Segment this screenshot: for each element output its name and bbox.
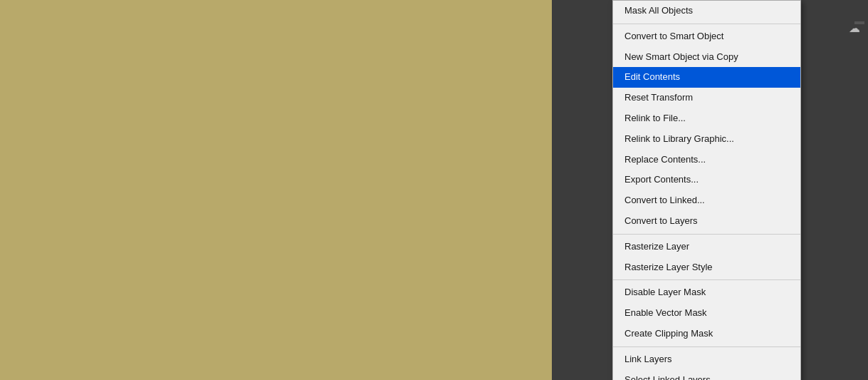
menu-item-select-linked-layers[interactable]: Select Linked Layers [613, 370, 800, 380]
menu-separator [613, 24, 800, 24]
menu-item-new-smart-object-copy[interactable]: New Smart Object via Copy [613, 47, 800, 68]
menu-item-link-layers[interactable]: Link Layers [613, 349, 800, 370]
menu-item-create-clipping-mask[interactable]: Create Clipping Mask [613, 324, 800, 344]
menu-item-relink-to-library[interactable]: Relink to Library Graphic... [613, 129, 800, 150]
cloud-sync-icon[interactable]: ☁ [849, 21, 860, 35]
menu-item-export-contents[interactable]: Export Contents... [613, 170, 800, 190]
menu-item-disable-layer-mask[interactable]: Disable Layer Mask [613, 282, 800, 303]
context-menu: Mask All ObjectsConvert to Smart ObjectN… [612, 0, 801, 380]
dark-panel [552, 0, 612, 380]
menu-item-edit-contents[interactable]: Edit Contents [613, 67, 800, 88]
menu-item-relink-to-file[interactable]: Relink to File... [613, 108, 800, 129]
menu-item-replace-contents[interactable]: Replace Contents... [613, 150, 800, 170]
menu-item-convert-to-layers[interactable]: Convert to Layers [613, 211, 800, 232]
menu-separator [613, 234, 800, 235]
menu-separator [613, 279, 800, 280]
menu-item-convert-to-linked[interactable]: Convert to Linked... [613, 190, 800, 211]
menu-item-rasterize-layer-style[interactable]: Rasterize Layer Style [613, 257, 800, 278]
menu-item-rasterize-layer[interactable]: Rasterize Layer [613, 237, 800, 257]
canvas-area [0, 0, 552, 380]
menu-item-reset-transform[interactable]: Reset Transform [613, 88, 800, 108]
menu-separator [613, 346, 800, 347]
menu-item-enable-vector-mask[interactable]: Enable Vector Mask [613, 303, 800, 324]
menu-item-convert-smart-object[interactable]: Convert to Smart Object [613, 26, 800, 47]
menu-item-mask-all-objects[interactable]: Mask All Objects [613, 1, 800, 21]
